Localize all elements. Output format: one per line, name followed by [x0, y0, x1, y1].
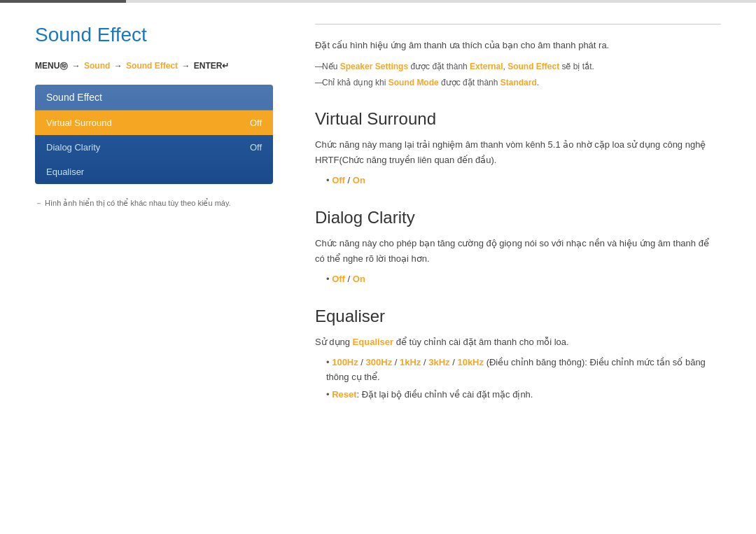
breadcrumb-arrow-2: →: [114, 61, 125, 71]
eq-reset: Reset: Đặt lại bộ điều chỉnh về cài đặt …: [315, 388, 721, 402]
menu-item-virtual-surround-value: Off: [250, 118, 262, 128]
section-equaliser-title: Equaliser: [315, 307, 721, 326]
eq-3khz: 3kHz: [428, 357, 449, 367]
eq-reset-label: Reset: [332, 389, 356, 400]
section-virtual-surround-title: Virtual Surround: [315, 109, 721, 129]
dc-off-label: Off: [332, 274, 345, 284]
note2-highlight2: Standard: [500, 78, 537, 87]
vs-separator: /: [345, 175, 353, 185]
breadcrumb-enter: ENTER: [194, 61, 223, 71]
breadcrumb-menu-symbol: ㊞: [59, 61, 68, 71]
eq-10khz: 10kHz: [457, 357, 484, 367]
section-virtual-surround-desc: Chức năng này mang lại trải nghiệm âm th…: [315, 137, 721, 168]
vs-on-label: On: [353, 175, 365, 185]
section-dialog-clarity: Dialog Clarity Chức năng này cho phép bạ…: [315, 208, 721, 287]
breadcrumb-menu: MENU: [35, 61, 59, 71]
eq-reset-desc: : Đặt lại bộ điều chỉnh về cài đặt mặc đ…: [357, 389, 533, 400]
breadcrumb-sound[interactable]: Sound: [84, 61, 110, 71]
vs-off-label: Off: [332, 175, 345, 185]
dc-separator: /: [345, 274, 353, 284]
virtual-surround-options: Off / On: [315, 174, 721, 188]
right-panel: Đặt cấu hình hiệu ứng âm thanh ưa thích …: [301, 24, 721, 402]
eq-100hz: 100Hz: [332, 357, 358, 367]
eq-1khz: 1kHz: [400, 357, 421, 367]
eq-highlight: Equaliser: [353, 337, 394, 347]
section-dialog-clarity-title: Dialog Clarity: [315, 208, 721, 227]
note-line-1: Nếu Speaker Settings được đặt thành Exte…: [315, 60, 721, 73]
dialog-clarity-options: Off / On: [315, 272, 721, 287]
eq-frequencies: 100Hz / 300Hz / 1kHz / 3kHz / 10kHz (Điề…: [315, 356, 721, 385]
menu-item-virtual-surround[interactable]: Virtual Surround Off: [35, 111, 273, 135]
note2-highlight1: Sound Mode: [388, 78, 439, 87]
footnote: Hình ảnh hiển thị có thể khác nhau tùy t…: [35, 198, 273, 209]
menu-item-equaliser[interactable]: Equaliser: [35, 160, 273, 184]
left-panel: Sound Effect MENU㊞ → Sound → Sound Effec…: [35, 24, 273, 402]
note1-highlight3: Sound Effect: [507, 62, 559, 71]
menu-item-equaliser-label: Equaliser: [46, 167, 84, 177]
section-equaliser-desc: Sử dụng Equaliser để tùy chỉnh cài đặt â…: [315, 335, 721, 350]
breadcrumb-sound-effect[interactable]: Sound Effect: [126, 61, 178, 71]
menu-item-dialog-clarity-value: Off: [250, 142, 262, 153]
note-line-2: Chỉ khả dụng khi Sound Mode được đặt thà…: [315, 76, 721, 90]
section-virtual-surround: Virtual Surround Chức năng này mang lại …: [315, 109, 721, 188]
intro-text: Đặt cấu hình hiệu ứng âm thanh ưa thích …: [315, 38, 721, 53]
section-dialog-clarity-desc: Chức năng này cho phép bạn tăng cường độ…: [315, 236, 721, 267]
note1-highlight1: Speaker Settings: [340, 62, 408, 71]
breadcrumb: MENU㊞ → Sound → Sound Effect → ENTER↵: [35, 60, 273, 72]
breadcrumb-arrow-1: →: [72, 61, 83, 71]
note1-highlight2: External: [470, 62, 503, 71]
breadcrumb-enter-symbol: ↵: [222, 61, 229, 71]
menu-box: Sound Effect Virtual Surround Off Dialog…: [35, 85, 273, 184]
menu-item-dialog-clarity[interactable]: Dialog Clarity Off: [35, 135, 273, 160]
dc-on-label: On: [353, 274, 365, 284]
right-top-divider: [315, 24, 721, 24]
menu-box-header: Sound Effect: [35, 85, 273, 111]
page-title: Sound Effect: [35, 24, 273, 46]
menu-box-header-label: Sound Effect: [46, 92, 102, 103]
eq-300hz: 300Hz: [366, 357, 393, 367]
section-equaliser: Equaliser Sử dụng Equaliser để tùy chỉnh…: [315, 307, 721, 402]
menu-item-dialog-clarity-label: Dialog Clarity: [46, 142, 100, 153]
menu-item-virtual-surround-label: Virtual Surround: [46, 118, 112, 128]
breadcrumb-arrow-3: →: [181, 61, 192, 71]
